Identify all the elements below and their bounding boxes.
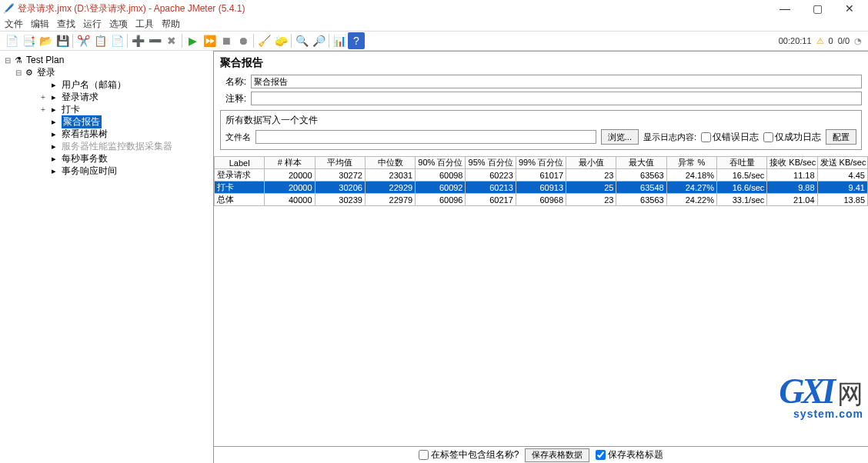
column-header[interactable]: 99% 百分位: [516, 157, 566, 169]
filename-label: 文件名: [225, 132, 251, 143]
menu-edit[interactable]: 编辑: [31, 18, 49, 31]
add-icon[interactable]: ➕: [129, 32, 146, 49]
menu-run[interactable]: 运行: [83, 18, 102, 31]
window-title: 登录请求.jmx (D:\登录请求.jmx) - Apache JMeter (…: [18, 2, 245, 15]
browse-button[interactable]: 浏览...: [601, 129, 639, 145]
close-button[interactable]: ✕: [834, 2, 865, 15]
log-content-label: 显示日志内容:: [643, 132, 696, 143]
tree-item[interactable]: ▸事务响应时间: [2, 165, 212, 177]
tree-item[interactable]: ▸聚合报告: [2, 115, 212, 128]
minimize-button[interactable]: —: [770, 2, 800, 15]
menubar: 文件 编辑 查找 运行 选项 工具 帮助: [0, 17, 868, 31]
start-icon[interactable]: ▶: [184, 32, 201, 49]
node-icon: ▸: [48, 153, 60, 164]
column-header[interactable]: 中位数: [365, 157, 415, 169]
table-row[interactable]: 登录请求200003027223031600986022361017236356…: [215, 169, 868, 182]
flask-icon: ⚗: [12, 55, 25, 65]
clear-all-icon[interactable]: 🧽: [272, 32, 289, 49]
node-icon: ▸: [48, 79, 60, 90]
node-icon: ▸: [48, 92, 60, 102]
test-plan-tree[interactable]: ⊟⚗Test Plan ⊟⚙登录 ▸用户名（邮箱）+▸登录请求+▸打卡▸聚合报告…: [0, 51, 214, 463]
warning-icon: ⚠: [816, 36, 824, 46]
table-row[interactable]: 总体40000302392297960096602176096823635632…: [215, 194, 868, 206]
name-input[interactable]: [251, 75, 862, 88]
menu-file[interactable]: 文件: [5, 18, 23, 31]
menu-options[interactable]: 选项: [109, 18, 128, 31]
templates-icon[interactable]: 📑: [20, 32, 37, 49]
column-header[interactable]: 异常 %: [666, 157, 716, 169]
save-table-data-button[interactable]: 保存表格数据: [525, 448, 589, 462]
filename-input[interactable]: [255, 130, 596, 144]
menu-tools[interactable]: 工具: [135, 18, 154, 31]
column-header[interactable]: 吞吐量: [716, 157, 766, 169]
column-header[interactable]: # 样本: [265, 157, 315, 169]
panel-title: 聚合报告: [214, 52, 868, 73]
function-helper-icon[interactable]: 📊: [331, 32, 348, 49]
node-icon: ▸: [48, 116, 60, 127]
remove-icon[interactable]: ➖: [146, 32, 163, 49]
comment-label: 注释:: [220, 92, 246, 105]
shutdown-icon[interactable]: ⏺: [235, 32, 252, 49]
tree-item[interactable]: ▸服务器性能监控数据采集器: [2, 140, 212, 152]
open-icon[interactable]: 📂: [37, 32, 54, 49]
disable-icon[interactable]: ✖: [163, 32, 180, 49]
file-output-title: 所有数据写入一个文件: [225, 114, 856, 127]
column-header[interactable]: 最小值: [566, 157, 616, 169]
reset-search-icon[interactable]: 🔎: [310, 32, 327, 49]
new-icon[interactable]: 📄: [3, 32, 20, 49]
errors-only-checkbox[interactable]: [701, 132, 711, 142]
stop-icon[interactable]: ⏹: [218, 32, 235, 49]
column-header[interactable]: 最大值: [616, 157, 666, 169]
column-header[interactable]: 平均值: [315, 157, 365, 169]
app-icon: 🖊️: [3, 3, 15, 14]
column-header[interactable]: 接收 KB/sec: [767, 157, 817, 169]
watermark: GXI网 system.com: [779, 371, 863, 420]
name-label: 名称:: [220, 75, 246, 88]
save-icon[interactable]: 💾: [54, 32, 71, 49]
include-group-checkbox[interactable]: [419, 450, 429, 460]
error-count: 0/0: [838, 36, 850, 45]
node-icon: ▸: [48, 141, 60, 152]
clear-icon[interactable]: 🧹: [255, 32, 272, 49]
aggregate-table[interactable]: Label# 样本平均值中位数90% 百分位95% 百分位99% 百分位最小值最…: [214, 156, 868, 443]
node-icon: ▸: [48, 104, 60, 115]
node-icon: ▸: [48, 128, 60, 139]
column-header[interactable]: 95% 百分位: [466, 157, 516, 169]
tree-item[interactable]: ▸用户名（邮箱）: [2, 78, 212, 91]
maximize-button[interactable]: ▢: [802, 2, 833, 15]
tree-item[interactable]: +▸登录请求: [2, 91, 212, 103]
column-header[interactable]: Label: [215, 157, 265, 169]
copy-icon[interactable]: 📋: [92, 32, 108, 49]
tree-item[interactable]: ▸每秒事务数: [2, 152, 212, 165]
gauge-icon: ◔: [854, 36, 862, 46]
elapsed-time: 00:20:11: [779, 36, 812, 45]
table-row[interactable]: 打卡20000302062292960092602136091325635482…: [215, 182, 868, 194]
gear-icon: ⚙: [23, 67, 35, 78]
column-header[interactable]: 90% 百分位: [416, 157, 466, 169]
menu-help[interactable]: 帮助: [162, 18, 180, 31]
success-only-checkbox[interactable]: [763, 132, 773, 142]
cut-icon[interactable]: ✂️: [75, 32, 92, 49]
search-icon[interactable]: 🔍: [293, 32, 310, 49]
configure-button[interactable]: 配置: [826, 129, 856, 145]
paste-icon[interactable]: 📄: [108, 32, 125, 49]
warning-count: 0: [829, 36, 833, 45]
help-icon[interactable]: ?: [348, 32, 365, 49]
save-header-checkbox[interactable]: [596, 450, 606, 460]
comment-input[interactable]: [251, 92, 862, 105]
tree-root[interactable]: Test Plan: [26, 55, 64, 65]
menu-search[interactable]: 查找: [57, 18, 75, 31]
node-icon: ▸: [48, 165, 60, 176]
tree-thread-group[interactable]: 登录: [37, 66, 55, 79]
column-header[interactable]: 发送 KB/sec: [817, 157, 867, 169]
start-no-pause-icon[interactable]: ⏩: [201, 32, 218, 49]
tree-item[interactable]: +▸打卡: [2, 103, 212, 115]
tree-item[interactable]: ▸察看结果树: [2, 128, 212, 140]
